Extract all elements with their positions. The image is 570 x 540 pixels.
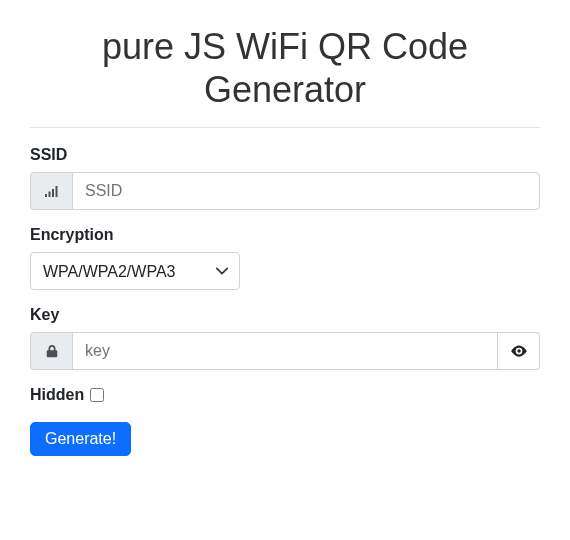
key-group: Key <box>30 306 540 370</box>
key-input-group <box>30 332 540 370</box>
hidden-label: Hidden <box>30 386 84 404</box>
key-label: Key <box>30 306 540 324</box>
divider <box>30 127 540 128</box>
generate-button[interactable]: Generate! <box>30 422 131 456</box>
svg-rect-0 <box>45 194 47 197</box>
ssid-group: SSID <box>30 146 540 210</box>
svg-rect-3 <box>55 186 57 197</box>
svg-rect-1 <box>48 192 50 198</box>
svg-rect-2 <box>52 189 54 197</box>
ssid-input-group <box>30 172 540 210</box>
eye-icon[interactable] <box>498 332 540 370</box>
svg-point-4 <box>517 350 520 353</box>
page-title: pure JS WiFi QR Code Generator <box>30 25 540 111</box>
encryption-group: Encryption WPA/WPA2/WPA3 <box>30 226 540 290</box>
signal-icon <box>30 172 72 210</box>
ssid-label: SSID <box>30 146 540 164</box>
encryption-select[interactable]: WPA/WPA2/WPA3 <box>30 252 240 290</box>
hidden-checkbox[interactable] <box>90 388 104 402</box>
ssid-input[interactable] <box>72 172 540 210</box>
lock-icon <box>30 332 72 370</box>
key-input[interactable] <box>72 332 498 370</box>
encryption-label: Encryption <box>30 226 540 244</box>
hidden-group: Hidden <box>30 386 540 404</box>
